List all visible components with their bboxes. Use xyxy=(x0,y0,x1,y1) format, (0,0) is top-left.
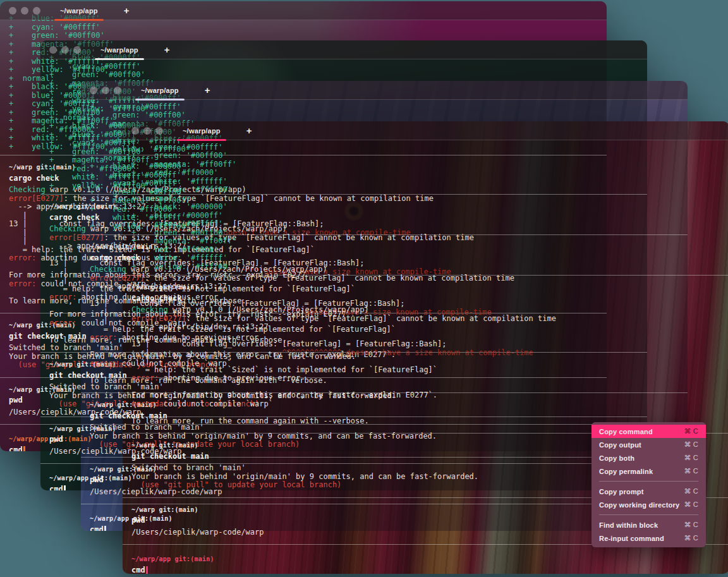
tab-title: ~/warp/app xyxy=(60,7,98,15)
menu-item-label: Copy output xyxy=(599,441,641,449)
terminal-line: + magenta: '#ff00ff' xyxy=(131,161,720,169)
window-titlebar[interactable]: ~/warp/app + xyxy=(123,121,728,140)
menu-item-label: Copy permalink xyxy=(599,468,653,475)
terminal-cursor xyxy=(104,526,106,531)
window-titlebar[interactable]: ~/warp/app + xyxy=(81,81,688,100)
terminal-line: | xyxy=(131,357,720,366)
menu-item-copy-both[interactable]: Copy both⌘ C xyxy=(592,451,706,465)
menu-item-find-within-block[interactable]: Find within block⌘ C xyxy=(592,518,706,531)
terminal-line: + yellow: '#ffff00' xyxy=(131,186,720,195)
minimize-button[interactable] xyxy=(61,46,69,54)
close-button[interactable] xyxy=(9,7,16,15)
terminal-line: + cyan: '#00ffff' xyxy=(131,220,720,229)
menu-item-copy-command[interactable]: Copy command⌘ C xyxy=(592,425,706,438)
zoom-button[interactable] xyxy=(73,46,81,54)
window-titlebar[interactable]: ~/warp/app + xyxy=(40,40,647,59)
terminal-line: + yellow: '#ffff00' xyxy=(131,263,720,272)
prompt-line: ~/warp git:(main) xyxy=(131,283,720,292)
menu-item-copy-permalink[interactable]: Copy permalink⌘ C xyxy=(592,465,706,478)
terminal-block-diff[interactable]: + blue: '#0000ff'+ cyan: '#00ffff'+ gree… xyxy=(131,135,720,275)
desktop: ~/warp/app + + blue: '#0000ff'+ cyan: '#… xyxy=(0,0,728,577)
terminal-line: Checking warp v0.1.0 (/Users/zach/Projec… xyxy=(131,306,720,315)
minimize-button[interactable] xyxy=(143,127,151,135)
menu-item-shortcut: ⌘ C xyxy=(684,487,698,495)
menu-divider xyxy=(599,481,698,482)
new-tab-button[interactable]: + xyxy=(205,85,210,95)
terminal-line: For more information about this error, t… xyxy=(131,391,720,400)
terminal-line: error: aborting due to previous error xyxy=(131,374,720,383)
traffic-lights xyxy=(90,87,121,94)
traffic-lights xyxy=(9,7,40,15)
menu-item-label: Find within block xyxy=(599,521,658,529)
prompt-line: ~/warp/app git:(main) xyxy=(131,555,720,564)
terminal-line: + magenta: '#ff00ff' xyxy=(131,237,720,246)
close-button[interactable] xyxy=(131,127,139,135)
traffic-lights xyxy=(131,127,163,135)
terminal-block-cargo-check[interactable]: ~/warp git:(main)cargo checkChecking war… xyxy=(131,276,720,433)
new-tab-button[interactable]: + xyxy=(164,45,170,54)
new-tab-button[interactable]: + xyxy=(124,6,130,15)
terminal-line: error: could not compile `warp` xyxy=(131,400,720,409)
command-text: cmd xyxy=(131,566,720,574)
menu-item-label: Copy command xyxy=(599,428,653,435)
terminal-line: | ^^^^^^^^^^^^^ doesn't have a size know… xyxy=(131,349,720,358)
menu-item-copy-working-directory[interactable]: Copy working directory⌘ C xyxy=(592,498,706,511)
menu-item-copy-prompt[interactable]: Copy prompt⌘ C xyxy=(592,485,706,498)
zoom-button[interactable] xyxy=(33,7,40,15)
tab-warp-app[interactable]: ~/warp/app xyxy=(135,81,185,99)
terminal-line: = help: the trait `Sized` is not impleme… xyxy=(131,366,720,375)
menu-item-shortcut: ⌘ C xyxy=(684,467,698,475)
terminal-line xyxy=(131,408,720,417)
terminal-line xyxy=(131,383,720,392)
menu-item-label: Copy prompt xyxy=(599,488,644,495)
tab-warp-app[interactable]: ~/warp/app xyxy=(177,121,226,140)
terminal-line: + cyan: '#00ffff' xyxy=(9,23,598,32)
menu-item-shortcut: ⌘ C xyxy=(684,427,698,435)
terminal-cursor xyxy=(146,566,148,574)
window-titlebar[interactable]: ~/warp/app + xyxy=(0,1,607,20)
block-context-menu: Copy command⌘ CCopy output⌘ CCopy both⌘ … xyxy=(592,422,706,547)
terminal-line: + green: '#00ff00' xyxy=(90,111,679,120)
tab-title: ~/warp/app xyxy=(100,46,138,54)
menu-item-copy-output[interactable]: Copy output⌘ C xyxy=(592,438,706,451)
menu-item-shortcut: ⌘ C xyxy=(684,534,698,542)
tab-warp-app[interactable]: ~/warp/app xyxy=(95,40,144,59)
menu-item-label: Re-input command xyxy=(599,535,664,542)
minimize-button[interactable] xyxy=(102,87,109,94)
zoom-button[interactable] xyxy=(114,87,121,94)
terminal-line: | xyxy=(131,332,720,341)
terminal-line: + green: '#00ff00' xyxy=(131,229,720,238)
terminal-line: + green: '#00ff00' xyxy=(131,152,720,161)
traffic-lights xyxy=(49,46,81,54)
terminal-line: error[E0277]: the size for values of typ… xyxy=(131,315,720,324)
menu-item-label: Copy both xyxy=(599,454,634,462)
zoom-button[interactable] xyxy=(155,127,163,135)
terminal-line: + green: '#00ff00' xyxy=(9,32,598,40)
terminal-line: + blue: '#0000ff' xyxy=(131,212,720,221)
menu-item-shortcut: ⌘ C xyxy=(684,454,698,462)
minimize-button[interactable] xyxy=(21,7,28,15)
terminal-line: + red: '#ff0000' xyxy=(131,246,720,255)
terminal-cursor xyxy=(23,446,25,452)
menu-item-label: Copy working directory xyxy=(599,501,679,509)
menu-item-shortcut: ⌘ C xyxy=(684,521,698,529)
command-text: cargo check xyxy=(131,295,720,303)
terminal-cursor xyxy=(64,485,66,491)
tab-title: ~/warp/app xyxy=(183,127,221,135)
close-button[interactable] xyxy=(90,87,97,94)
terminal-block-cmd[interactable]: ~/warp/app git:(main)cmd xyxy=(131,545,720,574)
menu-divider xyxy=(599,514,698,515)
terminal-line: + white: '#ffffff' xyxy=(131,254,720,263)
terminal-line: + green: '#00ff00' xyxy=(49,71,638,80)
tab-title: ~/warp/app xyxy=(141,87,179,94)
tab-warp-app[interactable]: ~/warp/app xyxy=(54,1,104,20)
terminal-line: 13 | const flag_overrides: [FeatureFlag]… xyxy=(131,340,720,349)
menu-item-shortcut: ⌘ C xyxy=(684,501,698,509)
close-button[interactable] xyxy=(49,46,57,54)
menu-item-re-input-command[interactable]: Re-input command⌘ C xyxy=(592,531,706,545)
new-tab-button[interactable]: + xyxy=(246,126,252,135)
menu-item-shortcut: ⌘ C xyxy=(684,440,698,449)
terminal-line: + cyan: '#00ffff' xyxy=(49,63,638,71)
terminal-line: + red: '#ff0000' xyxy=(131,169,720,178)
terminal-line: + white: '#ffffff' xyxy=(131,178,720,186)
